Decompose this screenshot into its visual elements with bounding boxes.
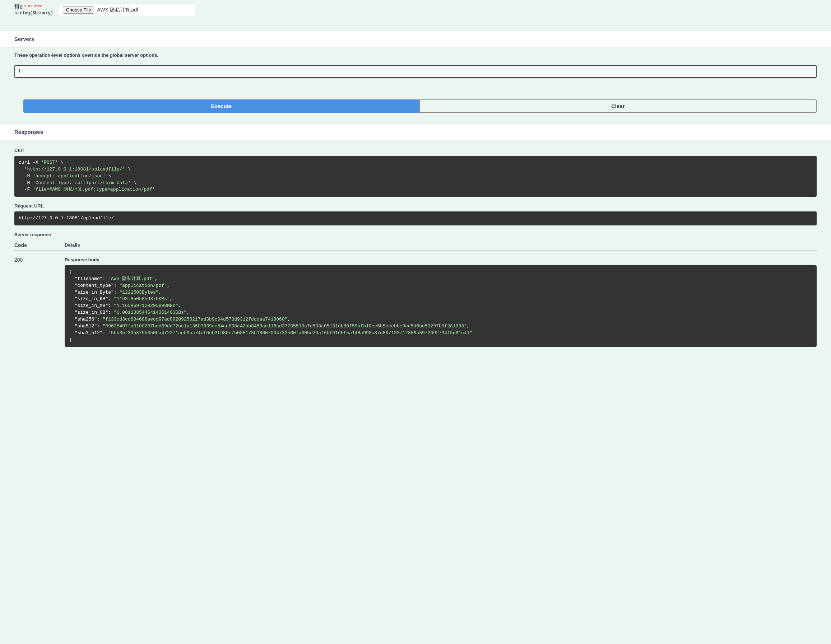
responses-header: Responses <box>0 124 831 140</box>
response-body-block[interactable]: { "filename": "AWS 隐私计算.pdf", "content_t… <box>65 265 817 347</box>
col-details-header: Details <box>65 242 80 248</box>
servers-note: These operation-level options override t… <box>14 52 817 58</box>
server-response-label: Server response <box>14 232 817 237</box>
col-code-header: Code <box>14 242 36 248</box>
servers-body: These operation-level options override t… <box>0 48 831 89</box>
param-type: string($binary) <box>14 11 53 16</box>
request-url-label: Request URL <box>14 203 817 208</box>
parameter-row: file * required string($binary) Choose F… <box>0 0 831 30</box>
file-input[interactable]: Choose File AWS 隐私计算.pdf <box>59 3 195 16</box>
action-buttons-row: Execute Clear <box>0 89 831 124</box>
response-row: 200 Response body { "filename": "AWS 隐私计… <box>14 251 817 353</box>
clear-button[interactable]: Clear <box>419 99 817 113</box>
servers-header: Servers <box>0 30 831 48</box>
param-label-block: file * required string($binary) <box>14 3 53 16</box>
choose-file-button[interactable]: Choose File <box>63 6 94 14</box>
chosen-file-name: AWS 隐私计算.pdf <box>97 7 138 13</box>
required-label: required <box>28 3 42 8</box>
execute-button[interactable]: Execute <box>23 99 419 113</box>
responses-body: Curl curl -X 'POST' \ 'http://127.0.0.1:… <box>0 140 831 364</box>
required-star-icon: * <box>24 4 26 10</box>
curl-code-block[interactable]: curl -X 'POST' \ 'http://127.0.0.1:18081… <box>14 156 817 197</box>
response-body-label: Response body <box>65 257 817 262</box>
param-name: file <box>14 3 22 10</box>
param-name-line: file * required <box>14 3 53 10</box>
response-details: Response body { "filename": "AWS 隐私计算.pd… <box>65 257 817 353</box>
responses-title: Responses <box>14 129 817 135</box>
curl-label: Curl <box>14 148 817 153</box>
status-code: 200 <box>14 257 36 263</box>
response-table-header: Code Details <box>14 240 817 251</box>
request-url-block[interactable]: http://127.0.0.1:18081/uploadfile/ <box>14 211 817 226</box>
servers-title: Servers <box>14 36 817 42</box>
server-select[interactable]: / <box>14 65 817 78</box>
